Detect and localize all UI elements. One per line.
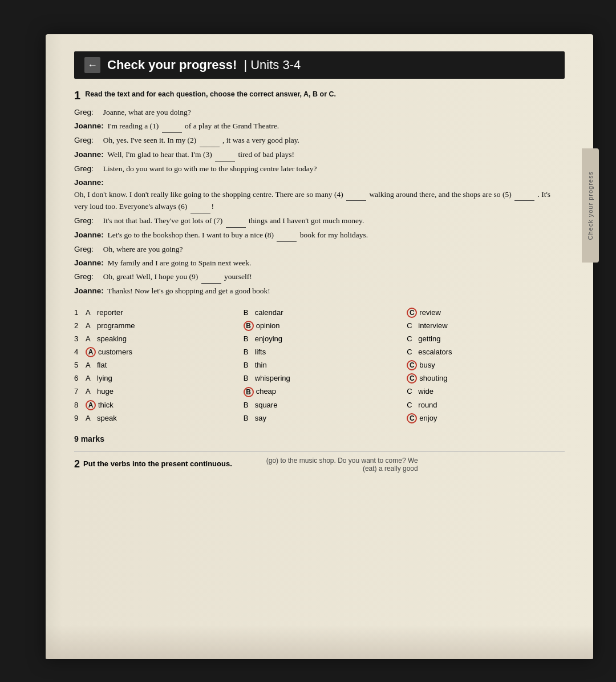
- answer-8A: 8 A thick: [74, 399, 238, 411]
- answer-7B: B cheap: [244, 385, 402, 398]
- header-bar: ← Check your progress! | Units 3-4: [74, 51, 565, 79]
- answer-1A: 1 A reporter: [74, 306, 238, 319]
- dialogue-line-5: Greg: Listen, do you want to go with me …: [74, 163, 565, 175]
- dialogue-line-3: Greg: Oh, yes. I've seen it. In my (2) ,…: [74, 135, 565, 147]
- answer-6B: B whispering: [244, 372, 402, 385]
- speaker-greg-4: Greg:: [74, 216, 94, 225]
- circle-9C: C: [407, 413, 417, 423]
- dialogue-line-12: Joanne: Thanks! Now let's go shopping an…: [74, 285, 565, 297]
- section-2-instruction: Put the verbs into the present continuou…: [83, 458, 232, 468]
- dialogue-text-9: Oh, where are you going?: [103, 245, 183, 253]
- circle-1C: C: [407, 308, 417, 318]
- dialogue-line-8: Joanne: Let's go to the bookshop then. I…: [74, 229, 565, 242]
- header-title-normal: | Units 3-4: [244, 58, 301, 72]
- speaker-joanne-2: Joanne:: [74, 150, 104, 159]
- bottom-fade: [46, 625, 593, 659]
- dialogue-text-4: Well, I'm glad to hear that. I'm (3) tir…: [107, 150, 294, 159]
- marks-label: 9 marks: [74, 434, 565, 443]
- answer-3B: B enjoying: [244, 333, 402, 345]
- dialogue-line-7: Greg: It's not that bad. They've got lot…: [74, 215, 565, 228]
- page-container: Check your progress ← Check your progres…: [46, 34, 593, 659]
- answers-col-1: 1 A reporter 2 A programme 3 A speaking …: [74, 306, 238, 425]
- answer-7A: 7 A huge: [74, 385, 238, 398]
- speaker-joanne-4: Joanne:: [74, 231, 104, 239]
- section-2-right: (go) to the music shop. Do you want to c…: [266, 457, 418, 473]
- answer-1C: C review: [407, 306, 565, 319]
- answer-9B: B say: [244, 412, 402, 425]
- dialogue-text-8: Let's go to the bookshop then. I want to…: [108, 231, 368, 239]
- dialogue-text-1: Joanne, what are you doing?: [103, 108, 191, 116]
- section-1: 1 Read the text and for each question, c…: [74, 89, 565, 443]
- section-2-number: 2: [74, 458, 80, 470]
- speaker-joanne-5: Joanne:: [74, 259, 104, 267]
- dialogue-text-11: Oh, great! Well, I hope you (9) yourself…: [103, 272, 252, 281]
- answer-8C: C round: [407, 399, 565, 411]
- answer-7C: C wide: [407, 385, 565, 398]
- answer-3C: C getting: [407, 333, 565, 345]
- answer-5A: 5 A flat: [74, 359, 238, 372]
- answers-grid: 1 A reporter 2 A programme 3 A speaking …: [74, 306, 565, 425]
- answer-9C: C enjoy: [407, 412, 565, 425]
- answer-2B: B opinion: [244, 320, 402, 332]
- answer-2A: 2 A programme: [74, 320, 238, 332]
- dialogue-line-1: Greg: Joanne, what are you doing?: [74, 107, 565, 119]
- side-tab: Check your progress: [582, 148, 599, 263]
- circle-4A: A: [86, 347, 96, 357]
- answers-col-3: C review C interview C getting C escalat…: [401, 306, 565, 425]
- answer-5B: B thin: [244, 359, 402, 372]
- dialogue-text-6: Oh, I don't know. I don't really like go…: [74, 189, 565, 214]
- dialogue-text-2: I'm reading a (1) of a play at the Grand…: [108, 122, 279, 130]
- dialogue-line-9: Greg: Oh, where are you going?: [74, 244, 565, 256]
- dialogue-line-2: Joanne: I'm reading a (1) of a play at t…: [74, 120, 565, 133]
- speaker-joanne-1: Joanne:: [74, 122, 104, 130]
- answer-6A: 6 A lying: [74, 372, 238, 385]
- speaker-greg-5: Greg:: [74, 245, 94, 253]
- dialogue-text-3: Oh, yes. I've seen it. In my (2) , it wa…: [103, 136, 299, 144]
- dialogue-text-10: My family and I are going to Spain next …: [108, 259, 252, 267]
- section-1-number: 1: [74, 89, 80, 102]
- speaker-greg-6: Greg:: [74, 272, 94, 281]
- speaker-greg-3: Greg:: [74, 164, 94, 173]
- answer-1B: B calendar: [244, 306, 402, 319]
- dialogue-text-7: It's not that bad. They've got lots of (…: [103, 216, 364, 225]
- circle-7B: B: [244, 387, 254, 397]
- answers-col-2: B calendar B opinion B enjoying B lifts …: [238, 306, 402, 425]
- circle-6C: C: [407, 373, 417, 384]
- circle-2B: B: [244, 321, 254, 331]
- back-arrow-icon[interactable]: ←: [84, 57, 100, 73]
- speaker-joanne-3: Joanne:: [74, 178, 104, 187]
- header-title-bold: Check your progress!: [107, 58, 237, 72]
- answer-2C: C interview: [407, 320, 565, 332]
- answer-6C: C shouting: [407, 372, 565, 385]
- dialogue-text-5: Listen, do you want to go with me to the…: [103, 164, 317, 173]
- dialogue-line-6: Joanne: Oh, I don't know. I don't really…: [74, 177, 565, 214]
- dialogue-line-10: Joanne: My family and I are going to Spa…: [74, 257, 565, 269]
- speaker-joanne-6: Joanne:: [74, 286, 104, 295]
- answer-9A: 9 A speak: [74, 412, 238, 425]
- section-2: 2 Put the verbs into the present continu…: [74, 451, 565, 473]
- answer-4C: C escalators: [407, 346, 565, 358]
- answer-3A: 3 A speaking: [74, 333, 238, 345]
- side-tab-label: Check your progress: [587, 171, 594, 240]
- dialogue-line-4: Joanne: Well, I'm glad to hear that. I'm…: [74, 149, 565, 162]
- answer-4A: 4 A customers: [74, 346, 238, 358]
- dialogue-container: Greg: Joanne, what are you doing? Joanne…: [74, 107, 565, 297]
- speaker-greg-1: Greg:: [74, 108, 94, 116]
- section-1-instruction: Read the text and for each question, cho…: [85, 89, 336, 98]
- answer-5C: C busy: [407, 359, 565, 372]
- answer-4B: B lifts: [244, 346, 402, 358]
- answer-8B: B square: [244, 399, 402, 411]
- circle-5C: C: [407, 360, 417, 370]
- circle-8A: A: [86, 400, 96, 410]
- speaker-greg-2: Greg:: [74, 136, 94, 144]
- dialogue-line-11: Greg: Oh, great! Well, I hope you (9) yo…: [74, 271, 565, 284]
- dialogue-text-12: Thanks! Now let's go shopping and get a …: [107, 286, 270, 295]
